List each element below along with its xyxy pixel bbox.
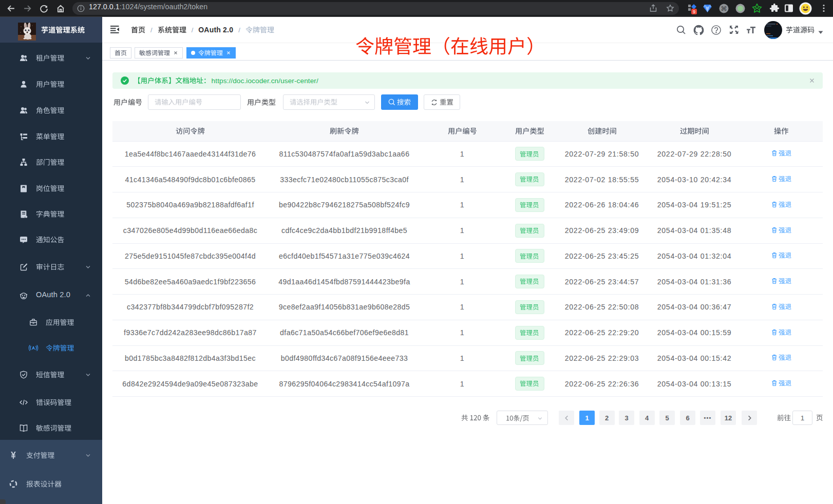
svg-text:9: 9 [693,9,695,14]
svg-text:⌘: ⌘ [721,5,727,12]
